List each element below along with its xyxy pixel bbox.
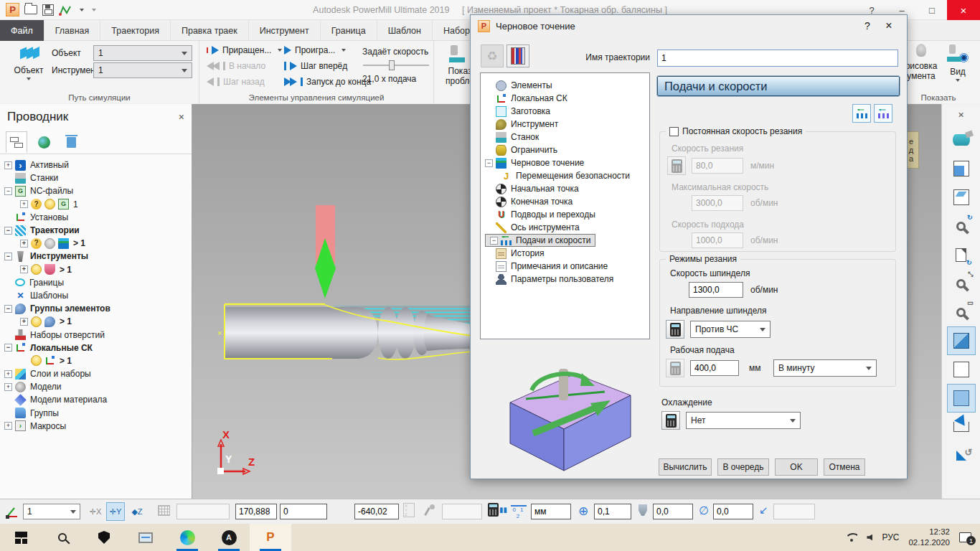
feed-mode-select[interactable]: В минуту xyxy=(773,359,877,377)
increment-button[interactable]: Приращен... xyxy=(207,45,282,55)
coord-x-input[interactable] xyxy=(235,504,277,519)
tool-select[interactable]: 1 xyxy=(93,62,192,78)
cutting-feed-calc-button[interactable] xyxy=(666,359,684,377)
dlg-item-user-params[interactable]: Параметры пользователя xyxy=(485,273,649,286)
tab-toolpath[interactable]: Траектория xyxy=(100,20,171,41)
explorer-item-levels[interactable]: Слои и наборы xyxy=(4,367,192,380)
explorer-item-active[interactable]: Активный xyxy=(4,159,192,171)
tab-explorer-tree[interactable] xyxy=(6,131,27,153)
edge-button[interactable] xyxy=(166,524,208,551)
step-forward-button[interactable]: Шаг вперёд xyxy=(284,61,347,71)
notifications-icon[interactable]: 1 xyxy=(959,532,971,542)
close-explorer-button[interactable] xyxy=(179,111,184,123)
tab-tool[interactable]: Инструмент xyxy=(249,20,321,41)
explorer-item-toolpaths[interactable]: Траектории xyxy=(4,224,192,237)
tab-boundary[interactable]: Граница xyxy=(321,20,377,41)
expand-icon[interactable] xyxy=(20,318,28,326)
explorer-item-feature-groups[interactable]: Группы элементов xyxy=(4,302,192,315)
play-button[interactable]: Проигра... xyxy=(284,45,346,55)
dialog-close-button[interactable]: × xyxy=(878,19,900,32)
dialog-titlebar[interactable]: Черновое точение ? × xyxy=(471,15,907,37)
toolpath-quick-icon[interactable] xyxy=(59,4,72,16)
dlg-item-tool-axis[interactable]: Ось инструмента xyxy=(485,221,649,234)
dlg-item-notes[interactable]: Примечания и описание xyxy=(485,260,649,273)
spindle-speed-input[interactable] xyxy=(689,282,743,298)
dlg-item-leads[interactable]: Подводы и переходы xyxy=(485,208,649,221)
explorer-item-workplane-1[interactable]: > 1 xyxy=(4,354,192,367)
explorer-item-toolpath-1[interactable]: > 1 xyxy=(4,237,192,250)
open-project-icon[interactable] xyxy=(24,5,37,14)
explorer-item-tools[interactable]: Инструменты xyxy=(4,250,192,263)
spindle-direction-select[interactable]: Против ЧС xyxy=(690,321,771,338)
ok-button[interactable]: OK xyxy=(775,458,818,476)
view-button[interactable]: Вид xyxy=(943,44,973,82)
tab-explorer-recycle[interactable] xyxy=(60,131,82,153)
preview-colors-button[interactable] xyxy=(507,44,529,67)
xyz-list-icon[interactable] xyxy=(403,503,415,517)
tool-tip-input[interactable] xyxy=(653,504,693,519)
explorer-item-material-models[interactable]: Модели материала xyxy=(4,393,192,406)
collapse-icon[interactable] xyxy=(4,344,12,352)
explorer-item-models[interactable]: Модели xyxy=(4,380,192,393)
language-indicator[interactable]: РУС xyxy=(882,532,899,542)
tolerance-input[interactable] xyxy=(594,504,631,519)
expand-icon[interactable] xyxy=(4,422,12,430)
extra-input[interactable] xyxy=(773,504,815,519)
front-view-button[interactable] xyxy=(947,154,976,183)
close-toolbar-button[interactable]: × xyxy=(947,104,976,126)
top-view-button[interactable] xyxy=(947,183,976,212)
dlg-item-block[interactable]: Заготовка xyxy=(485,105,649,118)
collapse-icon[interactable] xyxy=(4,253,12,260)
clock[interactable]: 12:32 02.12.2020 xyxy=(908,527,950,548)
cursor-y-toggle[interactable]: ✛Y xyxy=(106,502,125,521)
expand-icon[interactable] xyxy=(4,161,12,169)
surface-speed-calc-button[interactable] xyxy=(667,156,686,175)
collapse-icon[interactable] xyxy=(4,305,12,313)
collapse-icon[interactable] xyxy=(490,237,498,245)
probe-icon[interactable] xyxy=(425,504,435,516)
object-big-button[interactable]: Объект xyxy=(10,44,47,80)
task-manager-button[interactable] xyxy=(125,524,166,551)
zoom-fit-button[interactable]: ⤡ xyxy=(947,269,976,298)
cursor-z-toggle[interactable]: ◆Z xyxy=(128,502,146,521)
dlg-item-rough-turning[interactable]: Черновое точение xyxy=(485,156,649,169)
tab-toolpath-edit[interactable]: Правка траек xyxy=(171,20,249,41)
speed-slider[interactable] xyxy=(363,65,429,66)
defender-button[interactable] xyxy=(83,524,125,551)
expand-icon[interactable] xyxy=(20,265,28,273)
iso-part-view-button[interactable] xyxy=(947,126,976,154)
wireframe-view-button[interactable] xyxy=(947,355,976,384)
autodesk-app-button[interactable] xyxy=(208,524,250,551)
tab-explorer-web[interactable] xyxy=(33,131,55,153)
qat-dropdown-icon[interactable] xyxy=(80,9,84,11)
tab-file[interactable]: Файл xyxy=(0,20,44,41)
close-button[interactable] xyxy=(947,0,980,20)
powermill-taskbar-button[interactable] xyxy=(250,524,291,551)
expand-icon[interactable] xyxy=(20,200,28,208)
run-to-end-button[interactable]: Запуск до конца xyxy=(284,77,371,87)
dlg-item-machine[interactable]: Станок xyxy=(485,131,649,143)
to-start-button[interactable]: В начало xyxy=(207,61,265,71)
powermill-logo-icon[interactable] xyxy=(6,3,19,17)
workplane-select[interactable]: 1 xyxy=(23,504,80,519)
dlg-item-elements[interactable]: Элементы xyxy=(485,79,649,92)
dlg-item-limit[interactable]: Ограничить xyxy=(485,143,649,156)
step-back-button[interactable]: Шаг назад xyxy=(207,77,265,87)
constant-speed-checkbox[interactable] xyxy=(669,127,679,136)
spindle-direction-calc-button[interactable] xyxy=(666,320,684,339)
calculate-button[interactable]: Вычислить xyxy=(659,458,712,476)
refresh-page-button[interactable]: ↻ xyxy=(947,240,976,269)
cursor-x-toggle[interactable]: ✛X xyxy=(86,502,105,521)
dlg-item-end-point[interactable]: Конечная точка xyxy=(485,195,649,208)
explorer-item-setups[interactable]: Установы xyxy=(4,211,192,224)
maximize-button[interactable] xyxy=(917,0,947,20)
queue-button[interactable]: В очередь xyxy=(717,458,769,476)
explorer-item-workplanes[interactable]: Локальные СК xyxy=(4,342,192,354)
load-feeds-button[interactable] xyxy=(852,104,871,123)
explorer-item-feature-group-1[interactable]: > 1 xyxy=(4,315,192,328)
probe-input[interactable] xyxy=(442,504,482,519)
collapse-icon[interactable] xyxy=(4,227,12,235)
calculator-pause-icon[interactable]: ▮▮ xyxy=(488,503,507,517)
dlg-item-safe-moves[interactable]: Перемещения безопасности xyxy=(485,169,649,182)
grid-icon[interactable] xyxy=(158,505,170,516)
